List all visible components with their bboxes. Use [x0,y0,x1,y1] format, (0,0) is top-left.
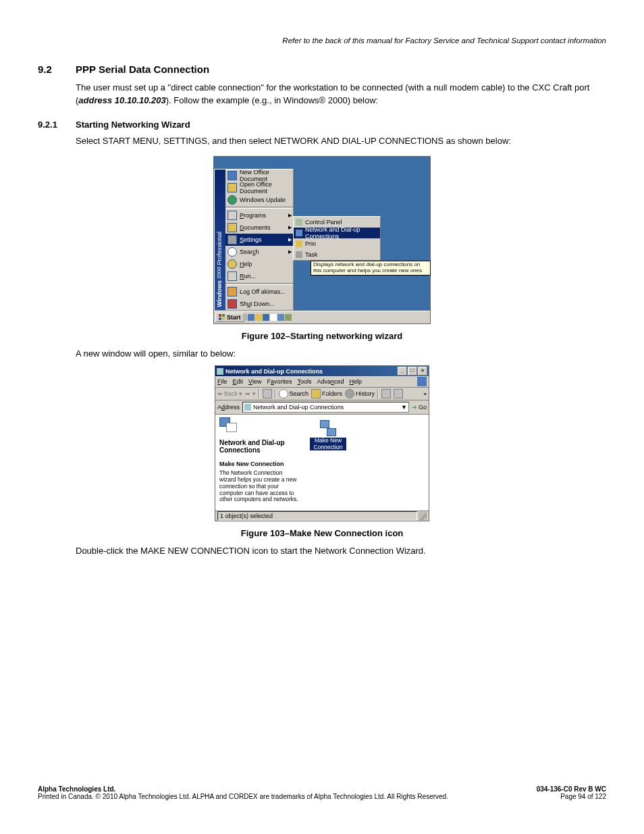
address-bar: Address Network and Dial-up Connections … [215,400,429,415]
menu-item-run[interactable]: Run... [225,270,293,282]
icon-area: Make New Connection [304,415,429,511]
make-new-connection-icon-item[interactable]: Make New Connection [310,420,346,450]
tray-icon[interactable] [285,314,292,321]
tray-icon[interactable] [255,314,262,321]
submenu-item-network[interactable]: Network and Dial-up Connections [294,228,380,238]
footer-page: Page 94 of 122 [537,793,606,800]
panel-icon [219,417,238,435]
menu-item-open-office-doc[interactable]: Open Office Document [225,182,293,194]
menu-item-label: Search [240,249,259,255]
svg-rect-2 [219,317,221,320]
subsection-number: 9.2.1 [38,120,76,130]
logoff-icon [227,287,237,296]
forward-button[interactable]: ➡ ▾ [245,390,256,397]
window-title: Network and Dial-up Connections [225,368,323,375]
tool-icon[interactable] [394,389,403,398]
tray-icon[interactable] [263,314,269,321]
menu-item-label: Documents [240,224,271,231]
menu-edit[interactable]: Edit [233,378,244,385]
screenshot-start-menu: Windows 2000 Professional New Office Doc… [213,156,431,324]
section-title-text: PPP Serial Data Connection [76,63,209,75]
close-button[interactable]: × [418,367,427,375]
svg-rect-0 [219,314,221,317]
svg-rect-3 [222,317,225,320]
menu-item-shutdown[interactable]: Shut Down... [225,298,293,310]
figure-102-caption: Figure 102–Starting networking wizard [38,331,606,341]
shutdown-icon [227,299,237,309]
submenu-item-printers[interactable]: Prin [294,238,380,249]
menu-favorites[interactable]: Favorites [267,378,292,385]
search-button[interactable]: Search [279,389,309,398]
address-value: Network and Dial-up Connections [253,404,344,411]
start-label: Start [227,314,241,321]
separator [225,207,293,209]
figure-103-caption: Figure 103–Make New Connection icon [38,528,606,538]
maximize-button[interactable]: □ [408,367,417,375]
footer-doc-id: 034-136-C0 Rev B WC [537,785,606,793]
tray-icon[interactable] [270,314,277,321]
tray-icon[interactable] [248,314,254,321]
menu-help[interactable]: Help [350,378,363,385]
menu-item-label: New Office Document [240,169,291,182]
start-button[interactable]: Start [215,313,244,322]
chevron-more-icon[interactable]: » [424,391,427,397]
status-bar: 1 object(s) selected [215,511,429,521]
separator [377,389,379,398]
tool-icon[interactable] [381,389,391,398]
globe-icon [227,195,237,205]
icon-label: Make New Connection [310,438,346,450]
status-text: 1 object(s) selected [217,511,417,521]
start-menu-sidebar: Windows 2000 Professional [215,170,225,310]
history-button[interactable]: History [345,389,375,398]
submenu-item-taskbar[interactable]: Task [294,249,380,260]
programs-icon [227,211,237,220]
menu-tools[interactable]: Tools [297,378,311,385]
submenu-label: Control Panel [305,219,342,226]
windows-flag-icon [219,314,225,321]
chevron-right-icon: ▶ [288,213,292,218]
tray-icon[interactable] [277,314,284,321]
titlebar: Network and Dial-up Connections _ □ × [215,366,429,376]
back-button[interactable]: ⬅ Back ▾ [217,390,242,397]
taskbar-icon [296,251,302,258]
throbber-icon [417,377,427,386]
address-field[interactable]: Network and Dial-up Connections ▼ [242,402,409,413]
menubar: File Edit View Favorites Tools Advanced … [215,376,429,388]
address-label: Address [217,404,240,411]
menu-item-logoff[interactable]: Log Off akimas... [225,286,293,298]
go-button[interactable]: ➜Go [412,404,427,411]
menu-item-documents[interactable]: Documents▶ [225,221,293,234]
menu-file[interactable]: File [217,378,227,385]
resize-grip[interactable] [419,512,427,520]
window-content: Network and Dial-up Connections Make New… [215,415,429,511]
subsection-title: 9.2.1Starting Networking Wizard [38,120,606,130]
menu-view[interactable]: View [248,378,261,385]
folder-icon [227,183,237,192]
sidebar-edition: 2000 [216,267,222,279]
menu-item-settings[interactable]: Settings▶ [225,234,293,246]
settings-icon [227,235,237,244]
menu-item-label: Settings [240,236,262,243]
up-icon[interactable] [263,389,272,398]
section-para: The user must set up a "direct cable con… [76,82,606,107]
menu-item-label: Open Office Document [240,181,291,194]
dropdown-arrow-icon[interactable]: ▼ [401,404,407,411]
sidebar-brand: Windows [216,280,223,307]
history-icon [345,389,354,398]
para-post: ). Follow the example (e.g., in Windows®… [166,95,379,105]
separator [259,389,260,398]
menu-advanced[interactable]: Advanced [317,378,344,385]
printers-icon [296,240,302,247]
menu-item-help[interactable]: Help [225,258,293,270]
menu-item-new-office-doc[interactable]: New Office Document [225,170,293,182]
window-icon [217,368,223,375]
folders-button[interactable]: Folders [311,389,342,398]
menu-item-label: Programs [240,212,266,219]
menu-item-search[interactable]: Search▶ [225,246,293,258]
menu-item-programs[interactable]: Programs▶ [225,209,293,221]
minimize-button[interactable]: _ [398,367,407,375]
menu-item-label: Log Off akimas... [240,288,286,295]
documents-icon [227,223,237,232]
chevron-right-icon: ▶ [288,249,292,255]
menu-item-windows-update[interactable]: Windows Update [225,194,293,206]
